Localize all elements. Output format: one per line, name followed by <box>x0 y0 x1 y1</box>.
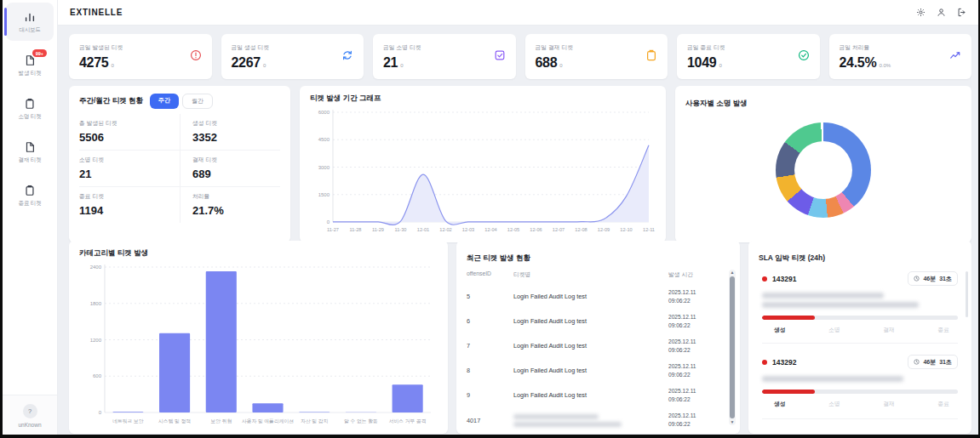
sidebar-item-label: 발생 티켓 <box>19 70 42 77</box>
svg-text:보안 위협: 보안 위협 <box>210 418 232 424</box>
sla-item[interactable]: 143291 46분31초 생성소명결재종료 <box>759 264 961 347</box>
check-square-icon <box>494 49 506 65</box>
kpi-label: 금일 종료 티켓 <box>687 43 725 52</box>
sidebar-item-dashboard[interactable]: 대시보드 <box>6 3 54 41</box>
kpi-card-generated-today: 금일 생성 티켓 22670 <box>221 34 364 79</box>
stat-somyeong: 소명 티켓21 <box>79 151 180 187</box>
clock-icon <box>914 276 920 282</box>
kpi-sub-value: 0 <box>559 63 562 68</box>
kpi-sub-value: 0 <box>111 63 113 68</box>
kpi-card-closed-today: 금일 종료 티켓 10490 <box>677 34 820 79</box>
svg-text:12-04: 12-04 <box>484 227 496 232</box>
sidebar-item-created-tickets[interactable]: 99+ 발생 티켓 <box>6 46 54 84</box>
stat-total-created: 총 발생된 티켓5506 <box>79 114 180 151</box>
svg-text:1200: 1200 <box>90 338 102 343</box>
svg-text:1500: 1500 <box>318 192 330 197</box>
panel-title: 티켓 발생 기간 그래프 <box>310 94 656 104</box>
svg-text:2400: 2400 <box>90 265 102 270</box>
svg-text:0: 0 <box>327 219 330 225</box>
svg-text:12-02: 12-02 <box>439 227 451 232</box>
clock-icon <box>914 359 920 365</box>
user-icon[interactable] <box>937 8 946 17</box>
username: unKnown <box>18 422 41 428</box>
svg-text:1800: 1800 <box>90 301 102 306</box>
sla-scrollbar[interactable] <box>966 271 968 317</box>
kpi-sub-value: 0.0% <box>879 63 891 68</box>
table-row[interactable]: 9Login Failed Audit Log test2025.12.1109… <box>467 383 730 407</box>
svg-text:알 수 없는 활동: 알 수 없는 활동 <box>344 418 378 424</box>
sla-remaining-time: 46분31초 <box>908 355 958 369</box>
table-row[interactable]: 7Login Failed Audit Log test2025.12.1109… <box>467 333 730 358</box>
sidebar-item-approval-tickets[interactable]: 결재 티켓 <box>6 133 54 171</box>
alert-circle-icon <box>190 49 202 65</box>
top-bar: EXTINELLE <box>58 0 978 26</box>
check-circle-icon <box>798 49 810 65</box>
svg-text:서비스 거부 공격: 서비스 거부 공격 <box>389 418 427 424</box>
stat-closed: 종료 티켓1194 <box>79 187 180 223</box>
redacted-text <box>513 422 622 427</box>
kpi-row: 금일 발생된 티켓 42750 금일 생성 티켓 22670 금일 소명 티켓 … <box>69 34 971 79</box>
settings-icon[interactable] <box>916 8 926 17</box>
table-row[interactable]: 5Login Failed Audit Log test2025.12.1109… <box>467 284 730 309</box>
donut-hole <box>794 141 852 199</box>
bar-chart: 0600120018002400네트워크 보안시스템 및 정책보안 위협사용자 … <box>79 260 438 426</box>
donut-chart <box>776 122 871 218</box>
stat-generated: 생성 티켓3352 <box>180 114 280 151</box>
svg-text:12-10: 12-10 <box>620 227 632 232</box>
table-row[interactable]: 8Login Failed Audit Log test2025.12.1109… <box>467 358 730 383</box>
panel-title: 사용자별 소명 발생 <box>685 99 748 107</box>
svg-text:0: 0 <box>99 410 102 415</box>
refresh-icon <box>341 49 353 65</box>
panel-title: 주간/월간 티켓 현황 <box>79 96 143 106</box>
svg-text:12-11: 12-11 <box>643 227 655 232</box>
clipboard-icon <box>24 185 36 196</box>
recent-tickets-panel: 최근 티켓 발생 현황 offenseID티켓명발생 시간 5Login Fai… <box>456 241 740 434</box>
svg-text:12-05: 12-05 <box>507 227 519 232</box>
avatar: ? <box>23 404 37 418</box>
svg-text:시스템 및 정책: 시스템 및 정책 <box>158 418 191 424</box>
logout-icon[interactable] <box>957 8 966 17</box>
sla-remaining-time: 46분31초 <box>908 271 958 286</box>
sidebar-user[interactable]: ? unKnown <box>3 395 57 435</box>
sla-steps: 생성소명결재종료 <box>762 320 958 334</box>
clipboard-icon <box>24 98 36 110</box>
clipboard-icon <box>645 49 657 65</box>
status-dot <box>762 276 767 282</box>
svg-text:12-07: 12-07 <box>553 227 565 232</box>
kpi-value: 1049 <box>687 55 716 70</box>
user-somyeong-panel: 사용자별 소명 발생 <box>675 86 971 242</box>
sidebar-item-label: 대시보드 <box>19 26 40 34</box>
svg-text:자산 및 감지: 자산 및 감지 <box>301 418 328 424</box>
svg-text:12-09: 12-09 <box>598 227 610 232</box>
sidebar-item-closed-tickets[interactable]: 종료 티켓 <box>6 176 54 214</box>
sidebar-item-label: 결재 티켓 <box>19 156 42 164</box>
table-row[interactable]: 4017 2025.12.1109:06:22 <box>467 407 730 432</box>
svg-text:6000: 6000 <box>318 110 330 115</box>
table-scrollbar[interactable]: ▲▼ <box>729 270 736 425</box>
ticket-count-badge: 99+ <box>32 49 47 57</box>
kpi-label: 금일 소명 티켓 <box>383 43 421 52</box>
panel-title: 카테고리별 티켓 발생 <box>79 248 438 259</box>
app-window: 대시보드 99+ 발생 티켓 소명 티켓 결재 티켓 종료 티켓 ? unKno… <box>3 0 978 435</box>
trending-up-icon <box>949 49 961 65</box>
sla-panel: SLA 임박 티켓 (24h) 143291 46분31초 <box>748 241 971 434</box>
kpi-card-processing-rate: 금일 처리율 24.5%0.0% <box>829 34 972 79</box>
table-row[interactable]: 6Login Failed Audit Log test2025.12.1109… <box>467 309 730 333</box>
sidebar: 대시보드 99+ 발생 티켓 소명 티켓 결재 티켓 종료 티켓 ? unKno… <box>3 0 58 435</box>
svg-text:11-27: 11-27 <box>327 227 339 232</box>
weekly-monthly-panel: 주간/월간 티켓 현황 주간 월간 총 발생된 티켓5506 생성 티켓3352… <box>69 86 290 242</box>
svg-text:11-30: 11-30 <box>395 227 407 232</box>
bar-chart-icon <box>24 11 36 23</box>
sidebar-item-label: 종료 티켓 <box>19 200 42 208</box>
svg-text:11-28: 11-28 <box>350 227 362 232</box>
panel-title: SLA 임박 티켓 (24h) <box>759 253 825 262</box>
weekly-toggle-button[interactable]: 주간 <box>150 94 179 109</box>
sla-item[interactable]: 143292 46분31초 생성소명결재종료 <box>759 347 961 423</box>
kpi-card-created-today: 금일 발생된 티켓 42750 <box>69 34 212 79</box>
stat-approval: 결재 티켓689 <box>180 151 280 187</box>
kpi-value: 4275 <box>79 55 108 70</box>
sidebar-item-somyeong-tickets[interactable]: 소명 티켓 <box>6 89 54 128</box>
kpi-value: 21 <box>383 55 398 70</box>
monthly-toggle-button[interactable]: 월간 <box>182 94 213 109</box>
sidebar-item-label: 소명 티켓 <box>19 113 42 121</box>
